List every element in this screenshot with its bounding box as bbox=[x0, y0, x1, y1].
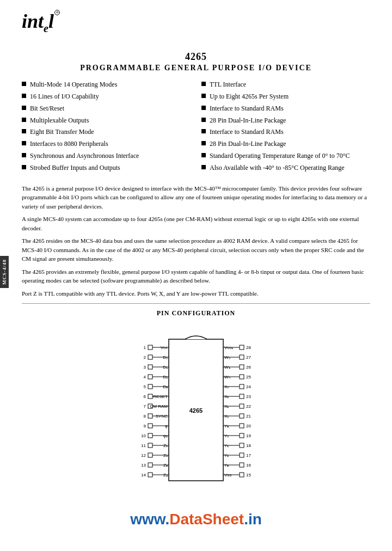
svg-text:25: 25 bbox=[246, 375, 251, 379]
svg-text:11: 11 bbox=[141, 443, 146, 448]
pin-config-title: PIN CONFIGURATION bbox=[22, 309, 370, 317]
svg-text:Xₙ: Xₙ bbox=[224, 384, 229, 389]
svg-text:SYNC: SYNC bbox=[156, 414, 168, 419]
doc-title: 4265 bbox=[0, 51, 392, 63]
svg-text:6: 6 bbox=[144, 394, 146, 399]
feature-text: 16 Lines of I/O Capability bbox=[30, 92, 99, 101]
intel-logo: intel® bbox=[22, 10, 60, 35]
svg-text:Y₂: Y₂ bbox=[224, 453, 229, 458]
side-label: MCS-4/40 bbox=[0, 256, 9, 288]
svg-text:Y₁: Y₁ bbox=[224, 443, 229, 448]
bullet-icon bbox=[22, 118, 26, 122]
svg-text:7: 7 bbox=[144, 404, 146, 409]
svg-rect-34 bbox=[148, 424, 152, 428]
features-section: Multi-Mode 14 Operating Modes 16 Lines o… bbox=[0, 80, 392, 175]
svg-text:RESET: RESET bbox=[153, 394, 168, 399]
svg-text:19: 19 bbox=[246, 433, 251, 438]
list-item: Standard Operating Temperature Range of … bbox=[201, 151, 370, 161]
chip-label: 4265 bbox=[189, 407, 203, 414]
svg-rect-42 bbox=[148, 443, 152, 448]
feature-text: Multi-Mode 14 Operating Modes bbox=[30, 80, 117, 89]
document-header: 4265 PROGRAMMABLE GENERAL PURPOSE I/O DE… bbox=[0, 51, 392, 72]
svg-rect-38 bbox=[148, 433, 152, 438]
svg-rect-106 bbox=[240, 463, 244, 467]
svg-text:5: 5 bbox=[144, 384, 146, 389]
feature-text: Multiplexable Outputs bbox=[30, 116, 89, 125]
svg-rect-54 bbox=[148, 473, 152, 477]
svg-text:26: 26 bbox=[246, 365, 251, 370]
bullet-icon bbox=[201, 153, 206, 157]
pin-config-section: PIN CONFIGURATION 4265 Vcc 1 D₀ 2 D₁ 3 D… bbox=[0, 309, 392, 497]
svg-text:2: 2 bbox=[144, 355, 146, 360]
feature-text: 28 Pin Dual-In-Line Package bbox=[210, 116, 286, 125]
feature-text: Standard Operating Temperature Range of … bbox=[210, 151, 350, 161]
list-item: 28 Pin Dual-In-Line Package bbox=[201, 116, 370, 125]
svg-text:24: 24 bbox=[246, 384, 251, 389]
svg-text:D₀: D₀ bbox=[163, 355, 168, 360]
bullet-icon bbox=[22, 129, 26, 133]
list-item: Synchronous and Asynchronous Interface bbox=[22, 151, 191, 161]
bullet-icon bbox=[201, 141, 206, 145]
svg-text:W₀: W₀ bbox=[224, 355, 230, 360]
svg-rect-74 bbox=[240, 384, 244, 389]
svg-text:Y₃: Y₃ bbox=[224, 463, 229, 468]
svg-text:21: 21 bbox=[246, 414, 251, 419]
svg-text:15: 15 bbox=[246, 473, 251, 477]
list-item: 16 Lines of I/O Capability bbox=[22, 92, 191, 101]
list-item: 28 Pin Dual-In-Line Package bbox=[201, 139, 370, 149]
svg-rect-46 bbox=[148, 453, 152, 457]
section-divider bbox=[22, 303, 370, 304]
bullet-icon bbox=[22, 82, 26, 86]
list-item: Interface to Standard RAMs bbox=[201, 127, 370, 137]
list-item: Interface to Standard RAMs bbox=[201, 104, 370, 113]
feature-text: Synchronous and Asynchronous Interface bbox=[30, 151, 139, 161]
list-item: Up to Eight 4265s Per System bbox=[201, 92, 370, 101]
feature-text: Eight Bit Transfer Mode bbox=[30, 127, 94, 137]
svg-text:12: 12 bbox=[141, 453, 146, 458]
svg-text:Y₃: Y₃ bbox=[224, 424, 229, 428]
logo-text: intel bbox=[22, 10, 54, 35]
url-www: www. bbox=[130, 511, 169, 528]
svg-text:D₁: D₁ bbox=[163, 365, 168, 370]
desc-para-1: The 4265 is a general purpose I/O device… bbox=[22, 184, 370, 211]
svg-text:Wₙ: Wₙ bbox=[224, 375, 230, 379]
list-item: Interfaces to 8080 Peripherals bbox=[22, 139, 191, 149]
svg-rect-6 bbox=[148, 355, 152, 359]
svg-text:17: 17 bbox=[246, 453, 251, 458]
svg-text:φ: φ bbox=[165, 424, 168, 428]
bullet-icon bbox=[201, 165, 206, 169]
feature-text: Bit Set/Reset bbox=[30, 104, 64, 113]
svg-text:16: 16 bbox=[246, 463, 251, 468]
desc-para-2: A single MCS-40 system can accomodate up… bbox=[22, 215, 370, 232]
bullet-icon bbox=[201, 129, 206, 133]
list-item: Eight Bit Transfer Mode bbox=[22, 127, 191, 137]
pin-diagram: 4265 Vcc 1 D₀ 2 D₁ 3 D₂ 4 D₃ 5 RESET 6 bbox=[109, 323, 283, 497]
bullet-icon bbox=[201, 82, 206, 86]
svg-text:27: 27 bbox=[246, 355, 251, 360]
logo-area: intel® bbox=[0, 0, 392, 40]
footer-url: www.DataSheet.in bbox=[0, 505, 392, 534]
desc-para-5: Port Z is TTL compatible with any TTL de… bbox=[22, 289, 370, 298]
desc-para-3: The 4265 resides on the MCS-40 data bus … bbox=[22, 236, 370, 264]
svg-text:φ₂: φ₂ bbox=[163, 433, 168, 438]
svg-text:1: 1 bbox=[144, 345, 146, 350]
bullet-icon bbox=[201, 118, 206, 122]
svg-rect-30 bbox=[148, 414, 152, 418]
list-item: Bit Set/Reset bbox=[22, 104, 191, 113]
list-item: Multi-Mode 14 Operating Modes bbox=[22, 80, 191, 89]
doc-subtitle: PROGRAMMABLE GENERAL PURPOSE I/O DEVICE bbox=[0, 64, 392, 72]
svg-rect-18 bbox=[148, 384, 152, 389]
svg-rect-50 bbox=[148, 463, 152, 467]
svg-rect-102 bbox=[240, 453, 244, 457]
feature-text: Strobed Buffer Inputs and Outputs bbox=[30, 163, 120, 173]
svg-rect-22 bbox=[148, 394, 152, 399]
svg-text:20: 20 bbox=[246, 424, 251, 428]
list-item: Multiplexable Outputs bbox=[22, 116, 191, 125]
svg-text:23: 23 bbox=[246, 394, 251, 399]
feature-text: Interface to Standard RAMs bbox=[210, 104, 284, 113]
svg-rect-90 bbox=[240, 424, 244, 428]
bullet-icon bbox=[22, 94, 26, 98]
svg-text:X₂: X₂ bbox=[224, 394, 229, 399]
svg-text:3: 3 bbox=[144, 365, 146, 370]
svg-rect-66 bbox=[240, 365, 244, 369]
